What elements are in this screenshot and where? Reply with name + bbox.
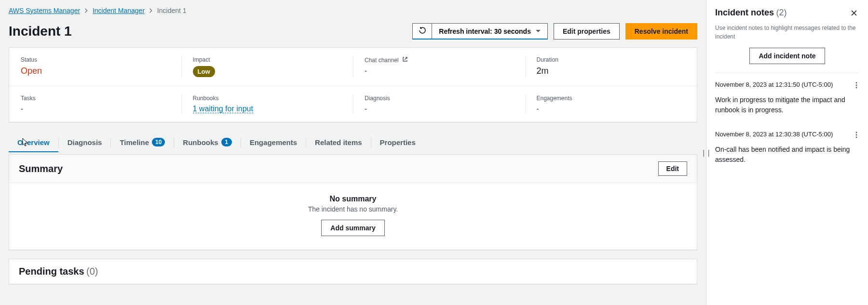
tab-related-items[interactable]: Related items [306, 133, 371, 152]
add-summary-button[interactable]: Add summary [321, 220, 384, 236]
pending-tasks-card: Pending tasks (0) [9, 259, 697, 284]
stat-tasks: Tasks - [9, 86, 181, 122]
stat-label: Tasks [21, 95, 170, 102]
incident-notes-panel: || Incident notes (2) Use incident notes… [706, 0, 868, 305]
svg-point-0 [856, 82, 857, 84]
stat-diagnosis: Diagnosis - [353, 86, 525, 122]
close-panel-button[interactable] [849, 8, 859, 20]
summary-card: Summary Edit No summary The incident has… [9, 154, 697, 250]
tab-engagements[interactable]: Engagements [241, 133, 306, 152]
resize-handle[interactable]: || [702, 149, 712, 157]
stat-status: Status Open [9, 48, 181, 86]
stat-value: - [365, 66, 514, 75]
tab-badge: 10 [152, 138, 165, 146]
note-actions-button[interactable] [854, 81, 859, 91]
stat-label: Diagnosis [365, 95, 514, 102]
stat-label: Impact [193, 56, 342, 63]
incident-note-text: Work in progress to mitigate the impact … [715, 95, 859, 115]
svg-point-1 [856, 85, 857, 86]
stat-value: - [537, 105, 686, 113]
summary-title: Summary [19, 163, 63, 174]
tab-diagnosis[interactable]: Diagnosis [59, 133, 111, 152]
tabs: Overview Diagnosis Timeline 10 Runbooks … [9, 133, 697, 152]
breadcrumb-link-incident-manager[interactable]: Incident Manager [93, 7, 145, 14]
refresh-interval-dropdown[interactable]: Refresh interval: 30 seconds [432, 23, 548, 40]
stat-label: Engagements [537, 95, 686, 102]
incident-note: November 8, 2023 at 12:31:50 (UTC-5:00) … [715, 73, 859, 123]
more-vertical-icon [855, 83, 857, 90]
page-title: Incident 1 [9, 24, 72, 39]
note-actions-button[interactable] [854, 131, 859, 141]
stat-label: Duration [537, 56, 686, 63]
stats-row-2: Tasks - Runbooks 1 waiting for input Dia… [9, 86, 697, 122]
no-summary-title: No summary [19, 195, 687, 203]
edit-properties-button[interactable]: Edit properties [554, 23, 620, 40]
refresh-button[interactable] [412, 23, 432, 40]
refresh-interval-label: Refresh interval: 30 seconds [439, 27, 531, 35]
tab-properties[interactable]: Properties [371, 133, 424, 152]
runbooks-waiting-link[interactable]: 1 waiting for input [193, 105, 253, 113]
stats-card: Status Open Impact Low Chat channel [9, 47, 697, 122]
resolve-incident-button[interactable]: Resolve incident [625, 23, 697, 40]
stat-value: - [21, 105, 170, 113]
close-icon [851, 11, 857, 18]
incident-note-text: On-call has been notified and impact is … [715, 145, 859, 165]
add-incident-note-button[interactable]: Add incident note [749, 48, 825, 64]
stat-value: 2m [537, 66, 686, 76]
tab-badge: 1 [221, 138, 232, 146]
chevron-right-icon [147, 7, 155, 14]
stat-duration: Duration 2m [525, 48, 697, 86]
stat-value: - [365, 105, 514, 113]
header-actions: Refresh interval: 30 seconds Edit proper… [412, 23, 697, 40]
svg-point-5 [856, 137, 857, 138]
breadcrumb: AWS Systems Manager Incident Manager Inc… [9, 7, 697, 14]
caret-down-icon [536, 30, 541, 32]
stat-label: Status [21, 56, 170, 63]
svg-point-2 [856, 87, 857, 89]
incident-notes-title: Incident notes [715, 8, 774, 17]
breadcrumb-link-systems-manager[interactable]: AWS Systems Manager [9, 7, 80, 14]
incident-note: November 8, 2023 at 12:30:38 (UTC-5:00) … [715, 123, 859, 172]
stat-label: Runbooks [193, 95, 342, 102]
stat-value: Open [21, 66, 170, 76]
stat-chat-channel: Chat channel - [353, 48, 525, 86]
tab-overview[interactable]: Overview [9, 133, 58, 152]
stat-impact: Impact Low [181, 48, 353, 86]
stat-label: Chat channel [365, 56, 514, 64]
impact-badge: Low [193, 66, 215, 77]
incident-note-timestamp: November 8, 2023 at 12:31:50 (UTC-5:00) [715, 81, 833, 88]
no-summary-subtitle: The incident has no summary. [19, 205, 687, 213]
svg-point-4 [856, 134, 857, 136]
refresh-icon [419, 27, 426, 36]
more-vertical-icon [855, 133, 857, 140]
edit-summary-button[interactable]: Edit [658, 161, 687, 176]
pending-tasks-count: (0) [86, 266, 98, 277]
tab-timeline[interactable]: Timeline 10 [111, 133, 174, 152]
external-link-icon [402, 57, 408, 64]
incident-notes-description: Use incident notes to highlight messages… [715, 24, 859, 41]
breadcrumb-current: Incident 1 [157, 7, 187, 14]
stat-runbooks: Runbooks 1 waiting for input [181, 86, 353, 122]
stats-row-1: Status Open Impact Low Chat channel [9, 48, 697, 86]
pending-tasks-title: Pending tasks [19, 266, 84, 277]
stat-engagements: Engagements - [525, 86, 697, 122]
svg-point-3 [856, 132, 857, 133]
chevron-right-icon [82, 7, 91, 14]
incident-note-timestamp: November 8, 2023 at 12:30:38 (UTC-5:00) [715, 131, 833, 138]
tab-runbooks[interactable]: Runbooks 1 [174, 133, 240, 152]
refresh-control: Refresh interval: 30 seconds [412, 23, 548, 40]
incident-notes-count: (2) [776, 8, 787, 17]
